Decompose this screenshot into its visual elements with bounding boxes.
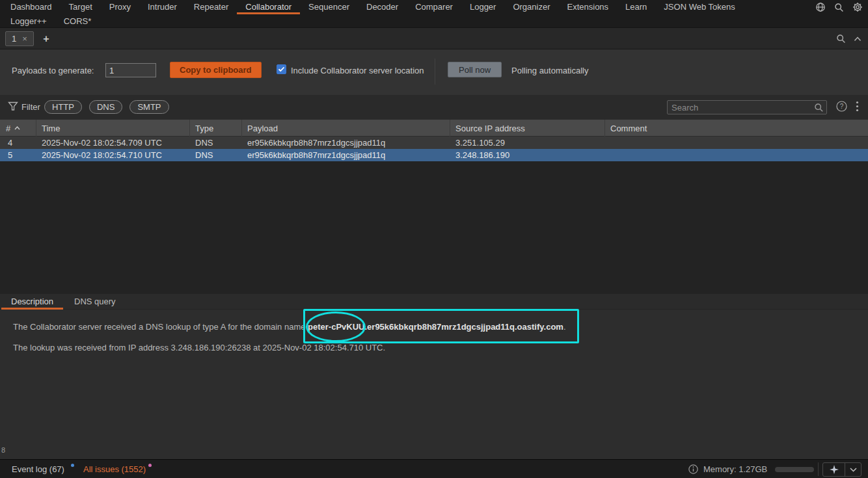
table-header-row: # Time Type Payload Source IP address Co… bbox=[0, 120, 868, 137]
info-icon bbox=[688, 464, 698, 474]
menu-proxy[interactable]: Proxy bbox=[101, 0, 139, 14]
tab-label: 1 bbox=[12, 34, 16, 44]
description-paragraph-1: The Collaborator server received a DNS l… bbox=[13, 321, 566, 333]
column-header-type[interactable]: Type bbox=[190, 120, 242, 137]
column-header-comment[interactable]: Comment bbox=[605, 120, 868, 137]
poll-now-button[interactable]: Poll now bbox=[448, 62, 502, 77]
sort-ascending-icon bbox=[14, 126, 20, 130]
statusbar-divider bbox=[818, 462, 819, 476]
copy-to-clipboard-button[interactable]: Copy to clipboard bbox=[170, 62, 262, 78]
cell-number: 4 bbox=[0, 137, 36, 149]
description-content: The Collaborator server received a DNS l… bbox=[0, 310, 868, 459]
tabstrip-icons bbox=[836, 28, 861, 49]
column-header-payload[interactable]: Payload bbox=[242, 120, 450, 137]
description-text-suffix: . bbox=[563, 322, 566, 332]
memory-usage-label: Memory: 1.27GB bbox=[703, 464, 767, 474]
collaborator-toolbar: Payloads to generate: Copy to clipboard … bbox=[0, 49, 868, 95]
filter-funnel-icon[interactable] bbox=[8, 101, 18, 111]
menu-comparer[interactable]: Comparer bbox=[407, 0, 461, 14]
menu-intruder[interactable]: Intruder bbox=[139, 0, 185, 14]
all-issues-notification-dot bbox=[148, 464, 152, 467]
tab-dns-query[interactable]: DNS query bbox=[64, 294, 126, 310]
table-row-selected[interactable]: 5 2025-Nov-02 18:02:54.710 UTC DNS er95k… bbox=[0, 149, 868, 161]
menubar-row-2: Logger++ CORS* bbox=[0, 14, 868, 28]
filter-pills: HTTP DNS SMTP bbox=[44, 100, 169, 114]
menubar-icons bbox=[815, 0, 863, 14]
description-paragraph-2: The lookup was received from IP address … bbox=[13, 342, 385, 354]
menu-logger[interactable]: Logger bbox=[461, 0, 504, 14]
search-icon[interactable] bbox=[834, 3, 844, 12]
memory-usage-bar bbox=[775, 467, 814, 472]
table-search-box bbox=[667, 100, 827, 114]
cell-comment bbox=[605, 149, 868, 161]
polling-automatically-label: Polling automatically bbox=[511, 66, 589, 75]
cell-source-ip: 3.251.105.29 bbox=[450, 137, 605, 149]
include-server-location-checkbox[interactable] bbox=[277, 64, 286, 74]
collaborator-tabstrip: 1 × + bbox=[0, 28, 868, 49]
column-header-number[interactable]: # bbox=[0, 120, 36, 137]
menu-extensions[interactable]: Extensions bbox=[559, 0, 617, 14]
new-tab-button[interactable]: + bbox=[39, 31, 53, 46]
svg-text:?: ? bbox=[840, 103, 844, 110]
help-icon[interactable]: ? bbox=[836, 101, 847, 112]
toolbar-divider bbox=[435, 59, 435, 85]
menubar-row-1: Dashboard Target Proxy Intruder Repeater… bbox=[0, 0, 868, 14]
menu-target[interactable]: Target bbox=[61, 0, 101, 14]
event-log-notification-dot bbox=[71, 464, 74, 467]
cell-payload: er95k6kbkqrb8h87mrz1dgcsjjpad11q bbox=[242, 137, 450, 149]
menu-dashboard[interactable]: Dashboard bbox=[2, 0, 61, 14]
table-row[interactable]: 4 2025-Nov-02 18:02:54.709 UTC DNS er95k… bbox=[0, 137, 868, 149]
menu-json-web-tokens[interactable]: JSON Web Tokens bbox=[655, 0, 743, 14]
lookup-domain-name: peter-cPvKUU.er95k6kbkqrb8h87mrz1dgcsjjp… bbox=[308, 322, 563, 332]
cell-type: DNS bbox=[190, 149, 242, 161]
payloads-count-input[interactable] bbox=[105, 63, 156, 77]
collaborator-interactions-table: # Time Type Payload Source IP address Co… bbox=[0, 120, 868, 294]
kebab-menu-icon[interactable] bbox=[856, 101, 859, 112]
menu-cors[interactable]: CORS* bbox=[55, 14, 100, 29]
menu-logger-plus-plus[interactable]: Logger++ bbox=[2, 14, 55, 29]
collapse-chevron-up-icon[interactable] bbox=[854, 36, 861, 42]
menu-collaborator[interactable]: Collaborator bbox=[237, 0, 300, 14]
chevron-down-icon bbox=[845, 468, 861, 472]
menu-repeater[interactable]: Repeater bbox=[185, 0, 237, 14]
menu-learn[interactable]: Learn bbox=[617, 0, 655, 14]
menu-sequencer[interactable]: Sequencer bbox=[300, 0, 358, 14]
collaborator-tab-1[interactable]: 1 × bbox=[5, 31, 34, 46]
filter-pill-dns[interactable]: DNS bbox=[89, 100, 122, 114]
filter-label: Filter bbox=[21, 102, 40, 112]
column-header-source-ip[interactable]: Source IP address bbox=[450, 120, 605, 137]
cell-source-ip: 3.248.186.190 bbox=[450, 149, 605, 161]
tab-close-icon[interactable]: × bbox=[22, 34, 27, 43]
event-log-link[interactable]: Event log (67) bbox=[12, 464, 64, 474]
cell-time: 2025-Nov-02 18:02:54.710 UTC bbox=[36, 149, 190, 161]
include-server-location-label[interactable]: Include Collaborator server location bbox=[291, 66, 424, 75]
cell-type: DNS bbox=[190, 137, 242, 149]
top-menubar: Dashboard Target Proxy Intruder Repeater… bbox=[0, 0, 868, 28]
table-search-magnifier-icon[interactable] bbox=[814, 103, 824, 113]
payloads-to-generate-label: Payloads to generate: bbox=[12, 66, 94, 75]
cell-comment bbox=[605, 137, 868, 149]
filter-pill-http[interactable]: HTTP bbox=[44, 100, 82, 114]
table-search-input[interactable] bbox=[668, 101, 813, 114]
ai-dropdown-button[interactable] bbox=[822, 462, 861, 477]
column-header-time[interactable]: Time bbox=[36, 120, 190, 137]
cell-payload: er95k6kbkqrb8h87mrz1dgcsjjpad11q bbox=[242, 149, 450, 161]
status-bar: Event log (67) All issues (1552) Memory:… bbox=[0, 459, 868, 478]
menu-organizer[interactable]: Organizer bbox=[504, 0, 558, 14]
tab-description[interactable]: Description bbox=[1, 294, 63, 310]
sparkle-icon bbox=[823, 465, 845, 474]
cell-time: 2025-Nov-02 18:02:54.709 UTC bbox=[36, 137, 190, 149]
interaction-details-pane: Description DNS query The Collaborator s… bbox=[0, 294, 868, 459]
menu-decoder[interactable]: Decoder bbox=[358, 0, 407, 14]
settings-gear-icon[interactable] bbox=[852, 2, 863, 12]
edge-artifact-text: 8 bbox=[1, 446, 5, 454]
description-text-prefix: The Collaborator server received a DNS l… bbox=[13, 322, 308, 332]
tab-search-icon[interactable] bbox=[836, 34, 846, 44]
browser-globe-icon[interactable] bbox=[815, 2, 826, 12]
all-issues-link[interactable]: All issues (1552) bbox=[83, 464, 146, 474]
filter-bar: Filter HTTP DNS SMTP ? bbox=[0, 95, 868, 120]
filter-pill-smtp[interactable]: SMTP bbox=[129, 100, 169, 114]
cell-number: 5 bbox=[0, 149, 36, 161]
details-tabs: Description DNS query bbox=[0, 294, 868, 310]
